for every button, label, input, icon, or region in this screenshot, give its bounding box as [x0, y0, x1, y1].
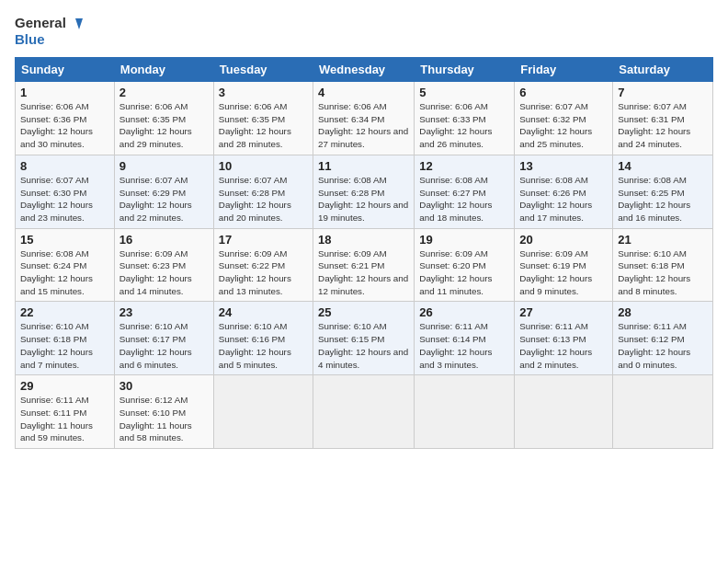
day-number: 20 [519, 233, 608, 247]
day-info: Sunrise: 6:06 AMSunset: 6:34 PMDaylight:… [318, 100, 409, 151]
day-info: Sunrise: 6:10 AMSunset: 6:17 PMDaylight:… [119, 320, 209, 371]
day-number: 29 [20, 379, 109, 393]
calendar-cell: 2Sunrise: 6:06 AMSunset: 6:35 PMDaylight… [114, 82, 213, 155]
calendar-cell: 23Sunrise: 6:10 AMSunset: 6:17 PMDayligh… [114, 302, 213, 375]
day-number: 28 [618, 305, 708, 319]
calendar-cell: 19Sunrise: 6:09 AMSunset: 6:20 PMDayligh… [415, 228, 515, 302]
day-info: Sunrise: 6:10 AMSunset: 6:18 PMDaylight:… [618, 247, 708, 298]
calendar-cell: 20Sunrise: 6:09 AMSunset: 6:19 PMDayligh… [515, 228, 613, 302]
weekday-header-monday: Monday [114, 58, 213, 82]
calendar-cell: 24Sunrise: 6:10 AMSunset: 6:16 PMDayligh… [213, 302, 313, 375]
day-info: Sunrise: 6:06 AMSunset: 6:36 PMDaylight:… [20, 100, 109, 151]
calendar-cell: 12Sunrise: 6:08 AMSunset: 6:27 PMDayligh… [415, 155, 515, 228]
day-info: Sunrise: 6:11 AMSunset: 6:13 PMDaylight:… [519, 320, 608, 371]
calendar-cell: 11Sunrise: 6:08 AMSunset: 6:28 PMDayligh… [313, 155, 415, 228]
calendar-cell [515, 375, 613, 449]
page-container: General Blue SundayMondayTuesdayWednesda… [0, 0, 728, 456]
day-number: 17 [219, 233, 308, 247]
weekday-header-wednesday: Wednesday [313, 58, 415, 82]
calendar-cell: 1Sunrise: 6:06 AMSunset: 6:36 PMDaylight… [16, 82, 115, 155]
svg-marker-0 [75, 18, 83, 29]
calendar-cell: 8Sunrise: 6:07 AMSunset: 6:30 PMDaylight… [16, 155, 115, 228]
day-info: Sunrise: 6:08 AMSunset: 6:24 PMDaylight:… [20, 247, 109, 298]
day-number: 12 [419, 159, 509, 173]
day-info: Sunrise: 6:07 AMSunset: 6:29 PMDaylight:… [119, 174, 209, 224]
calendar-body: 1Sunrise: 6:06 AMSunset: 6:36 PMDaylight… [16, 82, 713, 449]
day-number: 26 [419, 305, 509, 319]
calendar-cell: 5Sunrise: 6:06 AMSunset: 6:33 PMDaylight… [415, 82, 515, 155]
calendar-cell: 27Sunrise: 6:11 AMSunset: 6:13 PMDayligh… [515, 302, 613, 375]
day-info: Sunrise: 6:08 AMSunset: 6:26 PMDaylight:… [519, 174, 608, 224]
day-number: 18 [318, 233, 409, 247]
calendar-cell: 28Sunrise: 6:11 AMSunset: 6:12 PMDayligh… [613, 302, 713, 375]
calendar-cell [313, 375, 415, 449]
calendar-cell: 14Sunrise: 6:08 AMSunset: 6:25 PMDayligh… [613, 155, 713, 228]
header: General Blue [15, 15, 713, 48]
calendar-cell: 13Sunrise: 6:08 AMSunset: 6:26 PMDayligh… [515, 155, 613, 228]
day-info: Sunrise: 6:09 AMSunset: 6:23 PMDaylight:… [119, 247, 209, 298]
calendar-cell: 3Sunrise: 6:06 AMSunset: 6:35 PMDaylight… [213, 82, 313, 155]
calendar-week-row: 29Sunrise: 6:11 AMSunset: 6:11 PMDayligh… [16, 375, 713, 449]
day-number: 7 [618, 86, 708, 99]
day-info: Sunrise: 6:08 AMSunset: 6:27 PMDaylight:… [419, 174, 509, 224]
calendar-cell: 16Sunrise: 6:09 AMSunset: 6:23 PMDayligh… [114, 228, 213, 302]
weekday-header-friday: Friday [515, 58, 613, 82]
calendar-cell [213, 375, 313, 449]
day-info: Sunrise: 6:11 AMSunset: 6:11 PMDaylight:… [20, 394, 109, 444]
weekday-header-sunday: Sunday [16, 58, 115, 82]
logo-text: General Blue [15, 15, 83, 48]
calendar-header: SundayMondayTuesdayWednesdayThursdayFrid… [16, 58, 713, 82]
calendar-cell: 9Sunrise: 6:07 AMSunset: 6:29 PMDaylight… [114, 155, 213, 228]
day-number: 1 [20, 86, 109, 99]
calendar-cell: 18Sunrise: 6:09 AMSunset: 6:21 PMDayligh… [313, 228, 415, 302]
day-info: Sunrise: 6:10 AMSunset: 6:15 PMDaylight:… [318, 320, 409, 371]
calendar-week-row: 15Sunrise: 6:08 AMSunset: 6:24 PMDayligh… [16, 228, 713, 302]
day-number: 8 [20, 159, 109, 173]
day-info: Sunrise: 6:10 AMSunset: 6:18 PMDaylight:… [20, 320, 109, 371]
calendar-cell: 10Sunrise: 6:07 AMSunset: 6:28 PMDayligh… [213, 155, 313, 228]
calendar-cell: 15Sunrise: 6:08 AMSunset: 6:24 PMDayligh… [16, 228, 115, 302]
day-info: Sunrise: 6:06 AMSunset: 6:33 PMDaylight:… [419, 100, 509, 151]
calendar-cell: 6Sunrise: 6:07 AMSunset: 6:32 PMDaylight… [515, 82, 613, 155]
calendar-week-row: 8Sunrise: 6:07 AMSunset: 6:30 PMDaylight… [16, 155, 713, 228]
calendar-week-row: 22Sunrise: 6:10 AMSunset: 6:18 PMDayligh… [16, 302, 713, 375]
day-number: 13 [519, 159, 608, 173]
day-number: 2 [119, 86, 209, 99]
calendar-cell: 4Sunrise: 6:06 AMSunset: 6:34 PMDaylight… [313, 82, 415, 155]
day-number: 9 [119, 159, 209, 173]
calendar-cell: 25Sunrise: 6:10 AMSunset: 6:15 PMDayligh… [313, 302, 415, 375]
day-number: 22 [20, 305, 109, 319]
calendar-cell: 29Sunrise: 6:11 AMSunset: 6:11 PMDayligh… [16, 375, 115, 449]
calendar-cell: 30Sunrise: 6:12 AMSunset: 6:10 PMDayligh… [114, 375, 213, 449]
day-info: Sunrise: 6:06 AMSunset: 6:35 PMDaylight:… [119, 100, 209, 151]
weekday-header-saturday: Saturday [613, 58, 713, 82]
day-info: Sunrise: 6:12 AMSunset: 6:10 PMDaylight:… [119, 394, 209, 444]
calendar-cell [415, 375, 515, 449]
day-info: Sunrise: 6:07 AMSunset: 6:32 PMDaylight:… [519, 100, 608, 151]
day-number: 3 [219, 86, 308, 99]
day-number: 24 [219, 305, 308, 319]
calendar-cell [613, 375, 713, 449]
calendar-cell: 26Sunrise: 6:11 AMSunset: 6:14 PMDayligh… [415, 302, 515, 375]
logo: General Blue [15, 15, 83, 48]
day-number: 5 [419, 86, 509, 99]
day-info: Sunrise: 6:07 AMSunset: 6:28 PMDaylight:… [219, 174, 308, 224]
day-number: 30 [119, 379, 209, 393]
day-info: Sunrise: 6:09 AMSunset: 6:19 PMDaylight:… [519, 247, 608, 298]
day-number: 23 [119, 305, 209, 319]
day-number: 14 [618, 159, 708, 173]
day-info: Sunrise: 6:09 AMSunset: 6:22 PMDaylight:… [219, 247, 308, 298]
day-number: 15 [20, 233, 109, 247]
day-info: Sunrise: 6:09 AMSunset: 6:21 PMDaylight:… [318, 247, 409, 298]
day-number: 25 [318, 305, 409, 319]
calendar-cell: 7Sunrise: 6:07 AMSunset: 6:31 PMDaylight… [613, 82, 713, 155]
day-info: Sunrise: 6:07 AMSunset: 6:31 PMDaylight:… [618, 100, 708, 151]
day-info: Sunrise: 6:10 AMSunset: 6:16 PMDaylight:… [219, 320, 308, 371]
calendar-cell: 21Sunrise: 6:10 AMSunset: 6:18 PMDayligh… [613, 228, 713, 302]
calendar-week-row: 1Sunrise: 6:06 AMSunset: 6:36 PMDaylight… [16, 82, 713, 155]
day-number: 11 [318, 159, 409, 173]
day-info: Sunrise: 6:11 AMSunset: 6:14 PMDaylight:… [419, 320, 509, 371]
day-number: 6 [519, 86, 608, 99]
day-info: Sunrise: 6:08 AMSunset: 6:25 PMDaylight:… [618, 174, 708, 224]
day-number: 21 [618, 233, 708, 247]
